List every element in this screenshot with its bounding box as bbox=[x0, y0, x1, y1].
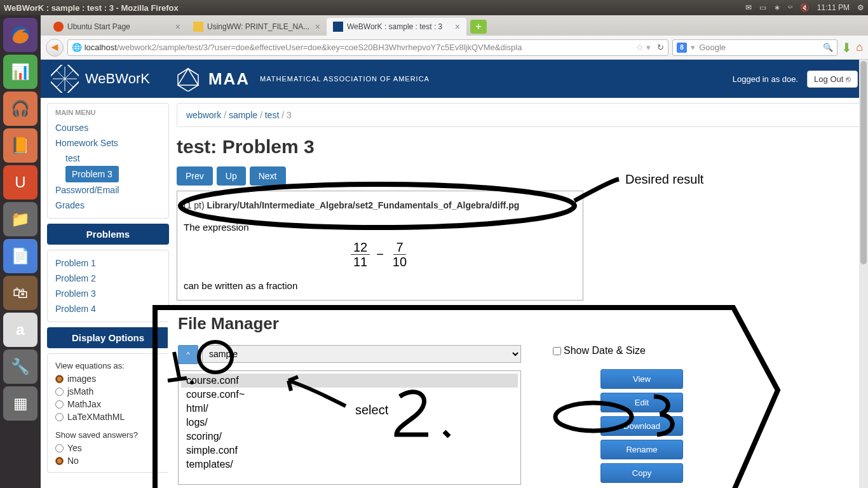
sidebar-test[interactable]: test bbox=[55, 151, 161, 166]
fm-show-date-checkbox[interactable]: Show Date & Size bbox=[553, 345, 731, 356]
up-button[interactable]: Up bbox=[217, 166, 246, 186]
problem-text-2: can be written as a fraction bbox=[184, 280, 576, 291]
volume-icon[interactable]: 🔇 bbox=[800, 3, 810, 12]
sidebar-courses[interactable]: Courses bbox=[55, 120, 161, 135]
close-icon[interactable]: × bbox=[175, 22, 180, 32]
dropdown-icon[interactable]: ▾ bbox=[646, 43, 651, 52]
expression: 1211 − 710 bbox=[184, 240, 576, 269]
webwork-logo[interactable]: WeBWorK bbox=[51, 65, 150, 93]
fm-rename-button[interactable]: Rename bbox=[600, 440, 683, 459]
breadcrumb-test[interactable]: test bbox=[265, 110, 280, 120]
tab-ubuntu-start[interactable]: Ubuntu Start Page × bbox=[47, 18, 187, 36]
fm-view-button[interactable]: View bbox=[600, 369, 683, 389]
wifi-icon[interactable]: ⌔ bbox=[788, 3, 792, 12]
ubuntu-icon bbox=[53, 22, 64, 32]
launcher-libreoffice-calc[interactable]: 📊 bbox=[3, 55, 37, 89]
search-bar[interactable]: 8 ▾ Google 🔍 bbox=[672, 39, 837, 56]
launcher-ubuntu-one[interactable]: 🎧 bbox=[3, 92, 37, 126]
launcher-firefox[interactable] bbox=[3, 18, 37, 52]
main-menu-heading: MAIN MENU bbox=[55, 109, 161, 116]
prev-button[interactable]: Prev bbox=[177, 166, 213, 186]
back-button[interactable]: ◄ bbox=[46, 39, 64, 57]
radio-mathjax[interactable]: MathJax bbox=[55, 398, 161, 410]
next-button[interactable]: Next bbox=[250, 166, 286, 186]
fm-copy-button[interactable]: Copy bbox=[600, 463, 683, 483]
fm-up-button[interactable]: ^ bbox=[178, 345, 198, 364]
tab-label: Ubuntu Start Page bbox=[67, 22, 130, 31]
maa-logo[interactable]: MAA MATHEMATICAL ASSOCIATION OF AMERICA bbox=[175, 66, 430, 92]
dropdown-icon[interactable]: ▾ bbox=[691, 43, 695, 52]
search-icon[interactable]: 🔍 bbox=[823, 43, 833, 52]
radio-images[interactable]: images bbox=[55, 372, 161, 385]
logged-in-text: Logged in as doe. bbox=[733, 74, 798, 84]
new-tab-button[interactable]: + bbox=[470, 20, 487, 34]
fm-file-item[interactable]: course.conf~ bbox=[181, 388, 518, 402]
fm-path-select[interactable]: sample bbox=[202, 345, 521, 363]
sidebar-problem-4[interactable]: Problem 4 bbox=[55, 301, 161, 316]
tab-webwork[interactable]: WeBWorK : sample : test : 3 × bbox=[327, 18, 466, 36]
page-title: test: Problem 3 bbox=[177, 136, 862, 158]
mail-icon[interactable]: ✉ bbox=[745, 3, 752, 12]
tab-usingww[interactable]: UsingWW: PRINT_FILE_NA... × bbox=[187, 18, 327, 36]
launcher-libreoffice-impress[interactable]: 📙 bbox=[3, 128, 37, 163]
main-menu-panel: MAIN MENU Courses Homework Sets test Pro… bbox=[47, 103, 169, 219]
fm-file-item[interactable]: logs/ bbox=[181, 416, 518, 430]
launcher-libreoffice-writer[interactable]: 📄 bbox=[3, 239, 37, 273]
sidebar-grades[interactable]: Grades bbox=[55, 198, 161, 213]
home-icon[interactable]: ⌂ bbox=[856, 41, 863, 54]
fm-download-button[interactable]: Download bbox=[600, 416, 683, 436]
problem-nav: Prev Up Next bbox=[177, 166, 862, 186]
reload-icon[interactable]: ↻ bbox=[657, 43, 664, 52]
tab-strip: Ubuntu Start Page × UsingWW: PRINT_FILE_… bbox=[41, 15, 868, 36]
sidebar-problem-2[interactable]: Problem 2 bbox=[55, 271, 161, 286]
power-icon[interactable]: ⚙ bbox=[857, 3, 864, 12]
close-icon[interactable]: × bbox=[315, 22, 320, 32]
sidebar-homework-sets[interactable]: Homework Sets bbox=[55, 135, 161, 151]
fm-file-item[interactable]: course.conf bbox=[181, 374, 518, 388]
page-scrollbar[interactable] bbox=[859, 60, 868, 488]
sidebar-password[interactable]: Password/Email bbox=[55, 182, 161, 198]
fm-file-item[interactable]: html/ bbox=[181, 402, 518, 416]
battery-icon[interactable]: ▭ bbox=[759, 3, 766, 12]
logout-button[interactable]: Log Out ⎋ bbox=[807, 71, 858, 88]
close-icon[interactable]: × bbox=[455, 22, 460, 32]
radio-no[interactable]: No bbox=[55, 454, 161, 467]
breadcrumb-webwork[interactable]: webwork bbox=[186, 110, 221, 120]
fm-file-item[interactable]: simple.conf bbox=[181, 444, 518, 458]
sidebar-problem-3[interactable]: Problem 3 bbox=[55, 286, 161, 301]
sidebar-problem3-active[interactable]: Problem 3 bbox=[65, 166, 119, 182]
google-icon: 8 bbox=[677, 43, 687, 53]
radio-yes[interactable]: Yes bbox=[55, 442, 161, 454]
fm-file-item[interactable]: scoring/ bbox=[181, 430, 518, 444]
fm-file-list[interactable]: course.conf course.conf~ html/ logs/ sco… bbox=[178, 370, 521, 485]
url-host: localhost bbox=[85, 43, 117, 52]
launcher-app[interactable]: 🛍 bbox=[3, 276, 37, 310]
problem-path: (1 pt) Library/Utah/Intermediate_Algebra… bbox=[184, 200, 576, 210]
sidebar-problem-1[interactable]: Problem 1 bbox=[55, 255, 161, 271]
download-icon[interactable]: ⬇ bbox=[841, 40, 852, 55]
favicon bbox=[333, 22, 343, 32]
tab-label: UsingWW: PRINT_FILE_NA... bbox=[207, 22, 309, 31]
radio-jsmath[interactable]: jsMath bbox=[55, 385, 161, 398]
breadcrumb-sample[interactable]: sample bbox=[229, 110, 257, 120]
problem-text-1: The expression bbox=[184, 222, 576, 233]
bluetooth-icon[interactable]: ∗ bbox=[774, 3, 780, 12]
clock[interactable]: 11:11 PM bbox=[817, 3, 850, 12]
fm-edit-button[interactable]: Edit bbox=[600, 393, 683, 412]
radio-latexmathml[interactable]: LaTeXMathML bbox=[55, 410, 161, 423]
fm-file-item[interactable]: templates/ bbox=[181, 458, 518, 471]
launcher-amazon[interactable]: a bbox=[3, 313, 37, 347]
url-bar[interactable]: 🌐 localhost/webwork2/sample/test/3/?user… bbox=[67, 39, 668, 56]
scrollbar-thumb[interactable] bbox=[860, 61, 867, 264]
launcher-settings[interactable]: 🔧 bbox=[3, 349, 37, 384]
launcher-workspace[interactable]: ▦ bbox=[3, 386, 37, 421]
file-manager-title: File Manager bbox=[178, 314, 851, 334]
search-placeholder: Google bbox=[699, 43, 726, 52]
breadcrumb-current: 3 bbox=[287, 110, 292, 120]
launcher-software-center[interactable]: U bbox=[3, 165, 37, 200]
gnome-top-panel: WeBWorK : sample : test : 3 - Mozilla Fi… bbox=[0, 0, 868, 15]
launcher-files[interactable]: 📁 bbox=[3, 202, 37, 236]
maa-text: MAA bbox=[208, 69, 250, 89]
bookmark-icon[interactable]: ☆ bbox=[636, 43, 644, 52]
svg-marker-3 bbox=[178, 69, 198, 85]
